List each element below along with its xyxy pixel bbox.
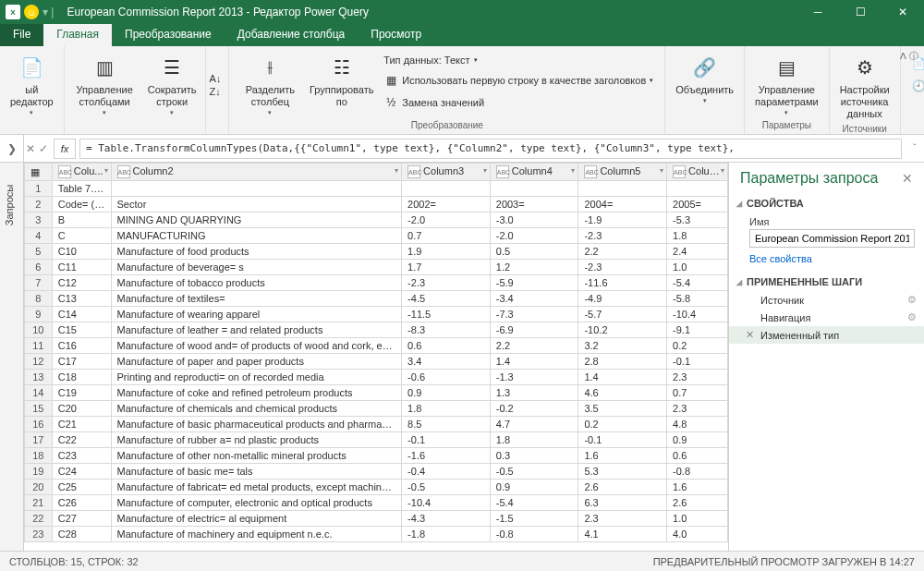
cell[interactable]: C16: [52, 338, 111, 354]
table-row[interactable]: 16C21Manufacture of basic pharmaceutical…: [25, 417, 728, 432]
row-number[interactable]: 15: [25, 401, 53, 417]
cell[interactable]: MINING AND QUARRYING: [111, 213, 402, 228]
cell[interactable]: -5.8: [667, 291, 728, 307]
cell[interactable]: 2.4: [667, 244, 728, 260]
grid-corner[interactable]: ▦: [25, 164, 53, 181]
cell[interactable]: -1.9: [578, 213, 667, 228]
table-row[interactable]: 22C27Manufacture of electric= al equipme…: [25, 511, 728, 527]
tab-addcolumn[interactable]: Добавление столбца: [225, 24, 359, 46]
close-button[interactable]: ✕: [881, 0, 924, 24]
cell[interactable]: 1.8: [490, 432, 578, 448]
query-name-input[interactable]: [749, 229, 915, 248]
cell[interactable]: -2.0: [402, 213, 491, 228]
cell[interactable]: 2004=: [578, 197, 667, 213]
cell[interactable]: C14: [52, 307, 111, 322]
cell[interactable]: 2002=: [402, 197, 491, 213]
cell[interactable]: 1.4: [490, 354, 578, 370]
cell[interactable]: -10.4: [402, 495, 491, 511]
cell[interactable]: -2.0: [490, 228, 578, 244]
cell[interactable]: -2.3: [578, 228, 667, 244]
cell[interactable]: Manufacture of chemicals and chemical pr…: [111, 401, 402, 417]
tab-home[interactable]: Главная: [43, 24, 112, 46]
cell[interactable]: Manufacture of coke and refined petroleu…: [111, 385, 402, 401]
cell[interactable]: -3.4: [490, 291, 578, 307]
cell[interactable]: 1.6: [578, 448, 667, 464]
cell[interactable]: Manufacture of paper and paper products: [111, 354, 402, 370]
cell[interactable]: -0.4: [402, 464, 491, 480]
recent-sources-button[interactable]: 🕘 Последние источники ▾: [908, 76, 924, 96]
row-number[interactable]: 17: [25, 432, 53, 448]
cell[interactable]: C: [52, 228, 111, 244]
manage-columns-button[interactable]: ▥ Управление столбцами ▾: [68, 50, 141, 120]
cell[interactable]: 2.3: [578, 511, 667, 527]
cell[interactable]: 3.5: [578, 401, 667, 417]
cell[interactable]: -4.3: [402, 511, 491, 527]
cell[interactable]: 2.6: [578, 480, 667, 495]
row-number[interactable]: 21: [25, 495, 53, 511]
cell[interactable]: MANUFACTURING: [111, 228, 402, 244]
cell[interactable]: 2.3: [667, 370, 728, 385]
cell[interactable]: Manufacture of food products: [111, 244, 402, 260]
cell[interactable]: -6.9: [490, 322, 578, 338]
cell[interactable]: [111, 181, 402, 197]
cell[interactable]: -5.7: [578, 307, 667, 322]
cell[interactable]: 0.3: [490, 448, 578, 464]
merge-button[interactable]: 🔗 Объединить ▾: [669, 50, 740, 108]
row-number[interactable]: 7: [25, 275, 53, 291]
cell[interactable]: 0.7: [667, 385, 728, 401]
cell[interactable]: -0.2: [490, 401, 578, 417]
cell[interactable]: -5.4: [490, 495, 578, 511]
cell[interactable]: 2.3: [667, 401, 728, 417]
cell[interactable]: 2005=: [667, 197, 728, 213]
panel-close-icon[interactable]: ✕: [902, 171, 913, 186]
row-number[interactable]: 2: [25, 197, 53, 213]
cell[interactable]: Manufacture of wood and= of products of …: [111, 338, 402, 354]
properties-section-header[interactable]: ◢ СВОЙСТВА: [729, 194, 924, 213]
cell[interactable]: C27: [52, 511, 111, 527]
cell[interactable]: -2.3: [578, 260, 667, 275]
cell[interactable]: C15: [52, 322, 111, 338]
cell[interactable]: 4.7: [490, 417, 578, 432]
cell[interactable]: Manufacture of electric= al equipment: [111, 511, 402, 527]
row-number[interactable]: 5: [25, 244, 53, 260]
cell[interactable]: Manufacture of computer, electronic and …: [111, 495, 402, 511]
cell[interactable]: -11.5: [402, 307, 491, 322]
cell[interactable]: 4.0: [667, 527, 728, 542]
queries-rail[interactable]: Запросы: [0, 163, 24, 551]
cell[interactable]: -0.5: [402, 480, 491, 495]
table-row[interactable]: 6C11Manufacture of beverage= s1.71.2-2.3…: [25, 260, 728, 275]
table-row[interactable]: 1Table 7.1: E=...: [25, 181, 728, 197]
applied-step[interactable]: ✕Измененный тип: [729, 326, 924, 344]
cell[interactable]: Table 7.1: E=...: [52, 181, 111, 197]
datasource-settings-button[interactable]: ⚙ Настройки источника данных: [833, 50, 896, 124]
sort-asc-icon[interactable]: A↓: [210, 73, 222, 84]
row-number[interactable]: 22: [25, 511, 53, 527]
cell[interactable]: Manufacture of fabricat= ed metal produc…: [111, 480, 402, 495]
formula-input[interactable]: [79, 139, 902, 159]
cell[interactable]: C11: [52, 260, 111, 275]
cell[interactable]: 3.4: [402, 354, 491, 370]
cell[interactable]: C24: [52, 464, 111, 480]
table-row[interactable]: 17C22Manufacture of rubber a= nd plastic…: [25, 432, 728, 448]
cell[interactable]: C17: [52, 354, 111, 370]
cell[interactable]: 1.4: [578, 370, 667, 385]
column-header[interactable]: ABCColumn4▾: [490, 164, 578, 181]
cell[interactable]: C26: [52, 495, 111, 511]
advanced-editor-button[interactable]: 📄 ый редактор ▾: [4, 50, 60, 120]
column-header[interactable]: ABCColumn6▾: [667, 164, 728, 181]
cell[interactable]: 6.3: [578, 495, 667, 511]
group-by-button[interactable]: ☷ Группировать по: [309, 50, 374, 111]
cell[interactable]: 0.2: [667, 338, 728, 354]
table-row[interactable]: 13C18Printing and reproducti= on of reco…: [25, 370, 728, 385]
row-number[interactable]: 12: [25, 354, 53, 370]
cell[interactable]: C10: [52, 244, 111, 260]
cell[interactable]: -1.6: [402, 448, 491, 464]
cell[interactable]: B: [52, 213, 111, 228]
cell[interactable]: 0.5: [490, 244, 578, 260]
cell[interactable]: 4.1: [578, 527, 667, 542]
cell[interactable]: 1.7: [402, 260, 491, 275]
row-number[interactable]: 10: [25, 322, 53, 338]
gear-icon[interactable]: ⚙: [907, 311, 917, 323]
cell[interactable]: [578, 181, 667, 197]
cell[interactable]: -0.1: [578, 432, 667, 448]
